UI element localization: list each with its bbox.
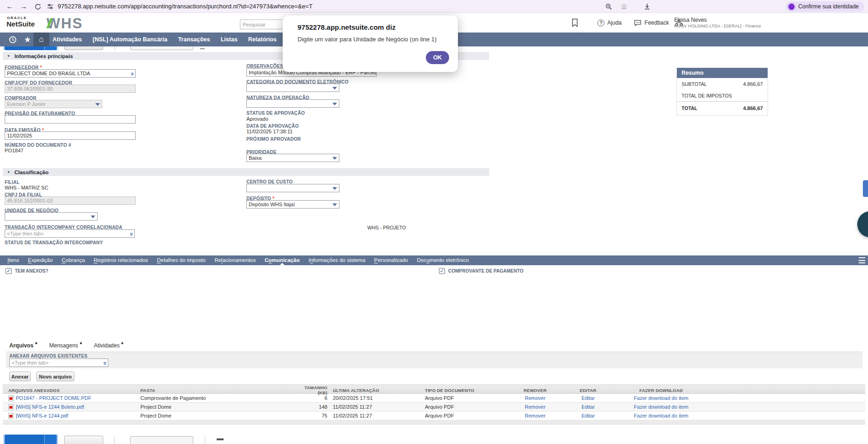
anexar-existentes-input[interactable]: <Type then tab>»: [9, 359, 108, 367]
section-classificacao[interactable]: ▼ Classificação: [3, 168, 489, 176]
confirm-identity-label: Confirme sua identidade: [798, 3, 859, 10]
download-cell: Fazer download do item: [615, 404, 708, 410]
download-icon[interactable]: [641, 0, 653, 13]
tab-detalhes-do-imposto[interactable]: Detalhes do imposto: [157, 255, 206, 265]
summary-label: TOTAL DE IMPOSTOS: [682, 93, 732, 98]
expand-list-icon[interactable]: »: [101, 361, 108, 365]
remove-cell: Remover: [509, 404, 562, 410]
col-header-fazer-download: FAZER DOWNLOAD: [615, 388, 708, 393]
summary-row-subtotal: SUBTOTAL4.866,67: [677, 78, 768, 90]
home-icon[interactable]: ⌂: [33, 33, 49, 46]
cnpj-filial-input: 45.816.152/0001-03: [5, 196, 136, 205]
nav-item-transa-es[interactable]: Transações: [178, 36, 210, 43]
numero-documento-label: NÚMERO DO DOCUMENTO #: [5, 143, 71, 148]
download-link[interactable]: Fazer download do item: [634, 413, 688, 418]
tab-informa-es-do-sistema[interactable]: Informações do sistema: [309, 255, 365, 265]
tab-comunica-o[interactable]: Comunicação: [265, 255, 299, 265]
back-icon[interactable]: ←: [4, 0, 16, 13]
help-button[interactable]: ? Ajuda: [597, 13, 622, 33]
cancel-button[interactable]: [64, 436, 103, 444]
subtab-arquivos[interactable]: Arquivos: [9, 342, 37, 349]
tab-personalizado[interactable]: Personalizado: [374, 255, 408, 265]
attach-panel: [6, 352, 862, 368]
subtab-dot-icon: [80, 342, 82, 344]
remove-link[interactable]: Remover: [525, 404, 546, 410]
previsao-faturamento-input[interactable]: [5, 115, 136, 124]
recent-records-icon[interactable]: [7, 33, 19, 46]
deposito-select[interactable]: Depósito WHS Itajaí: [246, 200, 339, 209]
save-button[interactable]: [5, 435, 57, 444]
toolbar-row-clipped: [0, 46, 558, 50]
nav-item-nsl-automa-o-banc-ria[interactable]: [NSL] Automação Bancária: [93, 36, 167, 43]
prioridade-select[interactable]: Baixa: [246, 154, 339, 162]
table-row: [WHS] NFS-e 1244.pdfProject Dome7511/02/…: [3, 411, 865, 420]
novo-arquivo-button[interactable]: Novo arquivo: [36, 372, 74, 381]
shortcuts-star-icon[interactable]: ★: [21, 33, 33, 46]
tab-documento-eletr-nico[interactable]: Documento eletrônico: [417, 255, 469, 265]
actions-dropdown[interactable]: [130, 436, 193, 444]
edit-link[interactable]: Editar: [582, 395, 595, 401]
tab-list-menu-icon[interactable]: [859, 257, 865, 263]
file-link[interactable]: PO1847 - PROJECT DOME.PDF: [16, 395, 91, 401]
nav-item-atividades[interactable]: Atividades: [53, 36, 82, 43]
natureza-operacao-select[interactable]: [246, 99, 339, 108]
tab-registros-relacionados[interactable]: Registros relacionados: [94, 255, 148, 265]
transacao-intercompany-input[interactable]: <Type then tab>»: [5, 229, 135, 238]
categoria-doc-select[interactable]: [246, 84, 339, 92]
expand-list-icon[interactable]: »: [128, 72, 136, 75]
url-text[interactable]: 9752278.app.netsuite.com/app/accounting/…: [58, 3, 312, 10]
anexar-button[interactable]: Anexar: [9, 372, 31, 381]
secondary-action-button[interactable]: [64, 46, 103, 50]
nav-item-listas[interactable]: Listas: [221, 36, 238, 43]
primary-action-button[interactable]: [5, 46, 57, 50]
remove-cell: Remover: [509, 395, 562, 401]
tem-anexos-checkbox[interactable]: ✓ TEM ANEXOS?: [6, 268, 48, 274]
download-link[interactable]: Fazer download do item: [634, 404, 688, 410]
unidade-negocio-select[interactable]: [5, 212, 98, 221]
remove-link[interactable]: Remover: [525, 395, 546, 401]
comprovante-pagamento-checkbox[interactable]: ✓ COMPROVANTE DE PAGAMENTO: [439, 268, 523, 274]
data-emissao-input[interactable]: 11/02/2025: [5, 131, 136, 140]
status-aprovacao-value: Aprovado: [246, 116, 268, 122]
actions-dropdown[interactable]: [130, 46, 193, 50]
fornecedor-input[interactable]: PROJECT DOME DO BRASIL LTDA»: [5, 69, 136, 78]
chat-widget-button[interactable]: [857, 211, 868, 237]
nav-item-relat-rios[interactable]: Relatórios: [248, 36, 277, 43]
user-menu[interactable]: Eloisa Neves M2GV HOLDING LTDA - [GERAL]…: [674, 13, 761, 33]
checkbox-checked-icon: ✓: [6, 268, 12, 274]
edit-link[interactable]: Editar: [582, 413, 595, 418]
save-menu[interactable]: [44, 435, 57, 444]
zoom-icon[interactable]: [603, 0, 615, 13]
summary-row-total: TOTAL4.866,67: [677, 101, 768, 115]
comprador-select: Everson P Junior: [5, 100, 102, 108]
confirm-identity-badge[interactable]: Confirme sua identidade: [786, 1, 864, 12]
summary-label: TOTAL: [682, 105, 697, 111]
forward-icon[interactable]: →: [18, 0, 30, 13]
expand-list-icon[interactable]: »: [127, 232, 135, 235]
bookmark-star-icon[interactable]: ☆: [618, 0, 630, 13]
subtab-atividades[interactable]: Atividades: [94, 342, 123, 349]
site-info-icon[interactable]: [46, 2, 55, 11]
subtab-mensagens[interactable]: Mensagens: [49, 342, 82, 349]
feedback-side-tab[interactable]: [863, 180, 868, 197]
centro-custo-select[interactable]: [246, 184, 339, 192]
bookmark-icon[interactable]: [571, 13, 578, 33]
remove-link[interactable]: Remover: [525, 413, 546, 418]
help-label: Ajuda: [607, 20, 622, 26]
feedback-button[interactable]: Feedback: [634, 13, 669, 33]
summary-value: 4.866,67: [743, 81, 763, 87]
primary-action-menu[interactable]: [44, 46, 57, 50]
download-link[interactable]: Fazer download do item: [634, 395, 688, 401]
edit-link[interactable]: Editar: [582, 404, 595, 410]
reload-icon[interactable]: [32, 0, 44, 13]
user-name: Eloisa Neves: [674, 17, 707, 23]
tab-relacionamentos[interactable]: Relacionamentos: [214, 255, 256, 265]
tab-cobran-a[interactable]: Cobrança: [62, 255, 85, 265]
bottom-toolbar-clipped: [0, 434, 558, 444]
tab-itens[interactable]: Itens: [7, 255, 19, 265]
ok-button[interactable]: OK: [426, 51, 449, 64]
file-link[interactable]: [WHS] NFS-e 1244 Boleto.pdf: [16, 404, 84, 410]
tab-expedi-o[interactable]: Expedição: [28, 255, 53, 265]
file-link[interactable]: [WHS] NFS-e 1244.pdf: [16, 413, 68, 418]
netsuite-logo[interactable]: NetSuite: [7, 20, 35, 28]
